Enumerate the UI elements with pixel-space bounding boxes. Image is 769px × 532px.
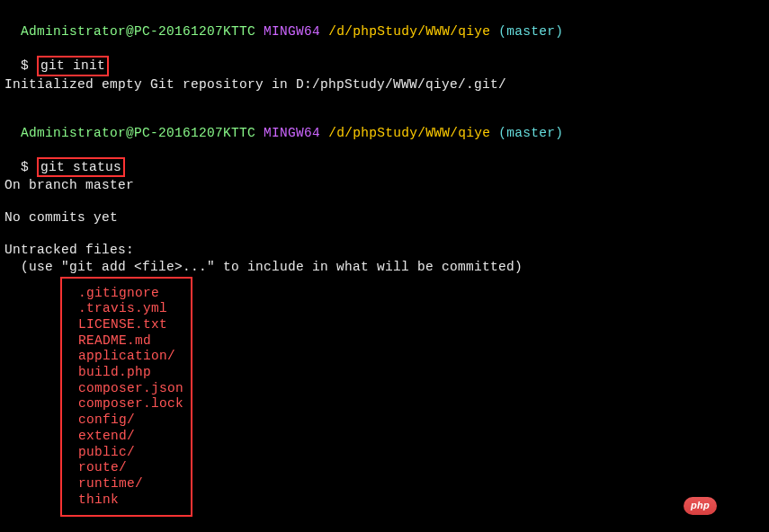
- env: MINGW64: [264, 126, 320, 140]
- blank-line: [4, 93, 765, 109]
- command-line-1[interactable]: $ git init: [4, 40, 765, 75]
- php-badge-label: php: [691, 500, 710, 510]
- file-item: .travis.yml: [78, 301, 183, 317]
- init-output: Initialized empty Git repository in D:/p…: [4, 76, 765, 93]
- git-status-command: git status: [40, 160, 121, 174]
- path: /d/phpStudy/WWW/qiye: [328, 126, 490, 140]
- host: PC-20161207KTTC: [134, 24, 255, 39]
- file-item: LICENSE.txt: [78, 317, 183, 333]
- command-highlight: git status: [37, 157, 125, 177]
- file-item: runtime/: [78, 476, 183, 492]
- file-item: README.md: [78, 333, 183, 350]
- at-symbol: @: [126, 24, 134, 39]
- prompt-line-1: Administrator@PC-20161207KTTC MINGW64 /d…: [4, 7, 765, 40]
- file-item: public/: [78, 445, 183, 461]
- user: Administrator: [21, 126, 126, 140]
- php-badge: php: [684, 497, 717, 515]
- file-item: config/: [78, 412, 183, 429]
- prompt-line-2: Administrator@PC-20161207KTTC MINGW64 /d…: [4, 109, 765, 141]
- file-item: application/: [78, 349, 183, 365]
- untracked-files-box: .gitignore .travis.yml LICENSE.txt READM…: [60, 277, 192, 518]
- blank-line: [4, 226, 765, 242]
- dollar-prompt: $: [21, 58, 37, 73]
- untracked-hint: (use "git add <file>..." to include in w…: [4, 259, 765, 275]
- command-highlight: git init: [37, 56, 109, 75]
- blank-line: [4, 519, 765, 532]
- untracked-header: Untracked files:: [4, 242, 765, 258]
- file-item: extend/: [78, 429, 183, 445]
- file-item: build.php: [78, 365, 183, 381]
- file-item: composer.json: [78, 381, 183, 397]
- host: PC-20161207KTTC: [134, 126, 255, 140]
- branch: (master): [498, 24, 563, 39]
- user: Administrator: [21, 24, 126, 39]
- no-commits-output: No commits yet: [4, 209, 765, 226]
- file-item: composer.lock: [78, 396, 183, 412]
- on-branch-output: On branch master: [4, 177, 765, 193]
- path: /d/phpStudy/WWW/qiye: [328, 24, 490, 39]
- file-item: think: [78, 492, 183, 509]
- git-init-command: git init: [40, 58, 105, 73]
- at-symbol: @: [126, 126, 134, 140]
- dollar-prompt: $: [21, 160, 37, 174]
- command-line-2[interactable]: $ git status: [4, 141, 765, 177]
- branch: (master): [498, 126, 563, 140]
- file-item: .gitignore: [78, 286, 183, 302]
- file-item: route/: [78, 460, 183, 476]
- env: MINGW64: [264, 24, 320, 39]
- blank-line: [4, 193, 765, 209]
